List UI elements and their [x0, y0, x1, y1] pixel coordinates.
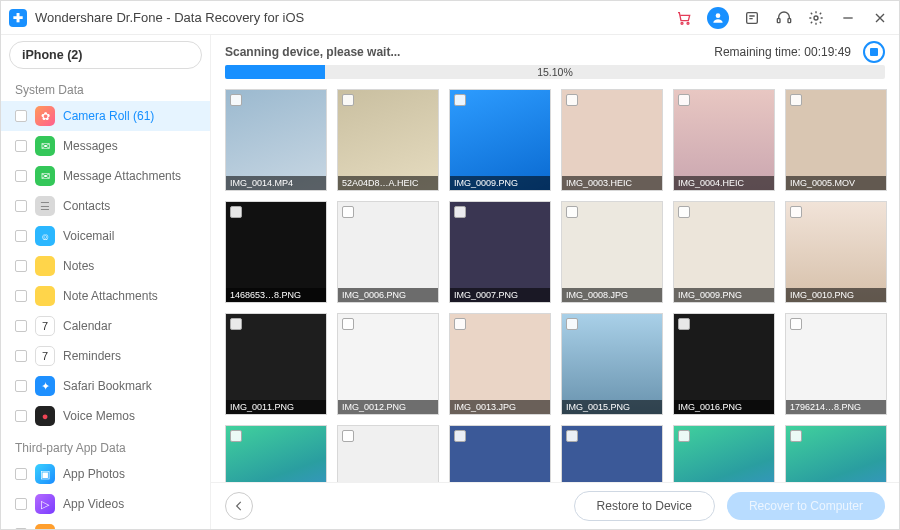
- thumbnail[interactable]: IMG_0011.PNG: [225, 313, 327, 415]
- sidebar-item-message-attachments[interactable]: ✉Message Attachments: [1, 161, 210, 191]
- thumbnail[interactable]: IMG_0006.PNG: [337, 201, 439, 303]
- checkbox[interactable]: [15, 320, 27, 332]
- sidebar-item-voice-memos[interactable]: ●Voice Memos: [1, 401, 210, 431]
- device-selector[interactable]: iPhone (2): [9, 41, 202, 69]
- thumbnail-checkbox[interactable]: [454, 430, 466, 442]
- thumbnail[interactable]: IMG_0015.PNG: [561, 313, 663, 415]
- thumbnail[interactable]: IMG_0009.PNG: [673, 201, 775, 303]
- thumbnail-checkbox[interactable]: [790, 318, 802, 330]
- thumbnail[interactable]: IMG_0008.JPG: [561, 201, 663, 303]
- content-area: Scanning device, please wait... Remainin…: [211, 35, 899, 529]
- recover-to-computer-button[interactable]: Recover to Computer: [727, 492, 885, 520]
- thumbnail[interactable]: IMG_0013.JPG: [449, 313, 551, 415]
- checkbox[interactable]: [15, 498, 27, 510]
- thumbnail-checkbox[interactable]: [678, 318, 690, 330]
- sidebar-item-label: Safari Bookmark: [63, 379, 152, 393]
- sidebar-item-camera-roll[interactable]: ✿Camera Roll (61): [1, 101, 210, 131]
- sidebar-item-app-videos[interactable]: ▷App Videos: [1, 489, 210, 519]
- thumbnail-grid-scroll[interactable]: IMG_0014.MP452A04D8…A.HEICIMG_0009.PNGIM…: [211, 87, 899, 482]
- support-icon[interactable]: [775, 9, 793, 27]
- thumbnail-checkbox[interactable]: [454, 94, 466, 106]
- thumbnail-checkbox[interactable]: [566, 430, 578, 442]
- checkbox[interactable]: [15, 468, 27, 480]
- thumbnail[interactable]: [673, 425, 775, 482]
- sidebar-item-notes[interactable]: Notes: [1, 251, 210, 281]
- thumbnail[interactable]: IMG_0007.PNG: [449, 201, 551, 303]
- checkbox[interactable]: [15, 350, 27, 362]
- thumbnail[interactable]: [225, 425, 327, 482]
- thumbnail-checkbox[interactable]: [230, 94, 242, 106]
- checkbox[interactable]: [15, 410, 27, 422]
- close-button[interactable]: [871, 9, 889, 27]
- thumbnail-checkbox[interactable]: [566, 318, 578, 330]
- back-button[interactable]: [225, 492, 253, 520]
- thumbnail[interactable]: [337, 425, 439, 482]
- thumbnail[interactable]: IMG_0016.PNG: [673, 313, 775, 415]
- sidebar-item-voicemail[interactable]: ⌾Voicemail: [1, 221, 210, 251]
- thumbnail[interactable]: IMG_0012.PNG: [337, 313, 439, 415]
- checkbox[interactable]: [15, 140, 27, 152]
- thumbnail-checkbox[interactable]: [342, 94, 354, 106]
- sidebar-item-app-photos[interactable]: ▣App Photos: [1, 459, 210, 489]
- checkbox[interactable]: [15, 528, 27, 529]
- restore-to-device-button[interactable]: Restore to Device: [574, 491, 715, 521]
- thumbnail[interactable]: IMG_0005.MOV: [785, 89, 887, 191]
- thumbnail-checkbox[interactable]: [566, 206, 578, 218]
- sidebar-item-reminders[interactable]: 7Reminders: [1, 341, 210, 371]
- thumbnail-checkbox[interactable]: [230, 318, 242, 330]
- checkbox[interactable]: [15, 170, 27, 182]
- account-icon[interactable]: [707, 7, 729, 29]
- thumbnail-checkbox[interactable]: [342, 430, 354, 442]
- thumbnail-checkbox[interactable]: [790, 206, 802, 218]
- thumbnail[interactable]: [785, 425, 887, 482]
- sidebar-item-label: Reminders: [63, 349, 121, 363]
- sidebar-group-label: System Data: [1, 73, 210, 101]
- checkbox[interactable]: [15, 260, 27, 272]
- thumbnail[interactable]: IMG_0009.PNG: [449, 89, 551, 191]
- sidebar-item-contacts[interactable]: ☰Contacts: [1, 191, 210, 221]
- checkbox[interactable]: [15, 380, 27, 392]
- thumbnail-checkbox[interactable]: [678, 206, 690, 218]
- thumbnail-checkbox[interactable]: [790, 94, 802, 106]
- thumbnail[interactable]: IMG_0004.HEIC: [673, 89, 775, 191]
- thumbnail[interactable]: 52A04D8…A.HEIC: [337, 89, 439, 191]
- thumbnail[interactable]: 1468653…8.PNG: [225, 201, 327, 303]
- thumbnail-caption: 1796214…8.PNG: [786, 400, 886, 414]
- thumbnail-caption: IMG_0009.PNG: [450, 176, 550, 190]
- thumbnail[interactable]: 1796214…8.PNG: [785, 313, 887, 415]
- thumbnail-caption: IMG_0010.PNG: [786, 288, 886, 302]
- app-videos-icon: ▷: [35, 494, 55, 514]
- thumbnail[interactable]: IMG_0003.HEIC: [561, 89, 663, 191]
- sidebar-item-note-attachments[interactable]: Note Attachments: [1, 281, 210, 311]
- thumbnail-checkbox[interactable]: [342, 318, 354, 330]
- thumbnail-caption: IMG_0009.PNG: [674, 288, 774, 302]
- feedback-icon[interactable]: [743, 9, 761, 27]
- thumbnail-checkbox[interactable]: [790, 430, 802, 442]
- sidebar-item-safari-bookmark[interactable]: ✦Safari Bookmark: [1, 371, 210, 401]
- stop-scan-button[interactable]: [863, 41, 885, 63]
- settings-icon[interactable]: [807, 9, 825, 27]
- minimize-button[interactable]: [839, 9, 857, 27]
- sidebar-item-messages[interactable]: ✉Messages: [1, 131, 210, 161]
- titlebar: ✚ Wondershare Dr.Fone - Data Recovery fo…: [1, 1, 899, 35]
- thumbnail[interactable]: [449, 425, 551, 482]
- sidebar-item-label: Message Attachments: [63, 169, 181, 183]
- sidebar-item-calendar[interactable]: 7Calendar: [1, 311, 210, 341]
- thumbnail-checkbox[interactable]: [454, 206, 466, 218]
- checkbox[interactable]: [15, 230, 27, 242]
- thumbnail[interactable]: [561, 425, 663, 482]
- thumbnail-checkbox[interactable]: [678, 430, 690, 442]
- sidebar-item-app-document[interactable]: ≡App Document: [1, 519, 210, 529]
- thumbnail-checkbox[interactable]: [678, 94, 690, 106]
- thumbnail-checkbox[interactable]: [230, 430, 242, 442]
- cart-icon[interactable]: [675, 9, 693, 27]
- thumbnail-checkbox[interactable]: [566, 94, 578, 106]
- thumbnail-checkbox[interactable]: [230, 206, 242, 218]
- checkbox[interactable]: [15, 290, 27, 302]
- thumbnail[interactable]: IMG_0014.MP4: [225, 89, 327, 191]
- thumbnail-checkbox[interactable]: [342, 206, 354, 218]
- thumbnail-checkbox[interactable]: [454, 318, 466, 330]
- checkbox[interactable]: [15, 110, 27, 122]
- checkbox[interactable]: [15, 200, 27, 212]
- thumbnail[interactable]: IMG_0010.PNG: [785, 201, 887, 303]
